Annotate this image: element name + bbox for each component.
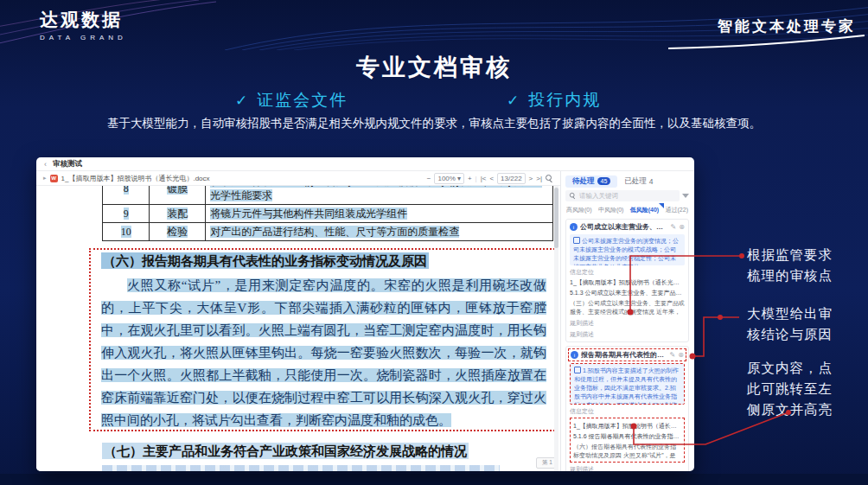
zoom-level-select[interactable]: 100% ▾ xyxy=(434,173,463,184)
chevron-down-icon: ▾ xyxy=(457,175,461,182)
rule-desc-label: 规则描述 xyxy=(570,465,685,471)
annotation-line: 大模型给出审 xyxy=(747,303,833,324)
word-doc-icon: W xyxy=(50,175,58,182)
document-pane: ▸ W 1_【摘取用版本】招股说明书（通长光电）.docx − 100% ▾ +… xyxy=(36,171,560,471)
chip-mid-risk[interactable]: 中风险(0) xyxy=(597,205,625,215)
app-titlebar: ‹ 审核测试 xyxy=(36,157,694,171)
source-file-link[interactable]: 1_【摘取用版本】招股说明书（通长光电）.docx xyxy=(570,278,685,287)
panel-search-row: 请输入关键词 xyxy=(565,190,689,201)
section-ref-link[interactable]: 5.1.6 报告期各期具有代表性的业务指标变动情况及原因 xyxy=(573,432,681,441)
audit-point-icon: i xyxy=(570,223,578,231)
app-window: ‹ 审核测试 ▸ W 1_【摘取用版本】招股说明书（通长光电）.docx − 1… xyxy=(36,157,694,471)
chip-high-risk[interactable]: 高风险(0) xyxy=(565,205,593,215)
logo-en-text: DATA GRAND xyxy=(40,34,127,41)
search-icon xyxy=(570,193,576,199)
page-title: 专业文档审核 xyxy=(0,52,868,83)
section6-heading: （六）报告期各期具有代表性的业务指标变动情况及原因 xyxy=(101,253,546,270)
document-filename[interactable]: 1_【摘取用版本】招股说明书（通长光电）.docx xyxy=(61,174,210,183)
annotation-line: 此可跳转至左 xyxy=(747,379,833,399)
first-page-button[interactable]: |< xyxy=(481,175,487,182)
dismiss-icon[interactable]: ⊗ xyxy=(678,351,684,359)
annotation-line: 根据监管要求 xyxy=(747,245,833,265)
source-file-link[interactable]: 1_【摘取用版本】招股说明书（通长光电）.docx xyxy=(573,422,681,431)
search-icon[interactable] xyxy=(546,175,553,182)
table-row: 8 镀膜 在镜片元件表面通过物理或化学的方法沉积镀上光学物质层，达到规定的光学性… xyxy=(103,185,553,205)
collapse-icon[interactable]: ▸ xyxy=(43,175,47,182)
bullet-csrc-documents: ✓证监会文件 xyxy=(235,89,348,112)
last-page-button[interactable]: >| xyxy=(536,175,542,182)
done-count: 4 xyxy=(649,177,654,186)
document-content: 8 镀膜 在镜片元件表面通过物理或化学的方法沉积镀上光学物质层，达到规定的光学性… xyxy=(36,185,560,471)
check-icon: ✓ xyxy=(235,93,249,109)
audit-card[interactable]: i 报告期各期具有代表性的业务指标变动情况及原因 ✎ ⊗ 1.招股书内容主要描述… xyxy=(565,346,689,471)
scrollbar-thumb[interactable] xyxy=(554,188,558,248)
bullet-label: 投行内规 xyxy=(528,91,601,109)
audit-reason-box: 公司未披露主营业务的演变情况；公司未披露主营业务的模式或战略；公司未披露主营业务… xyxy=(570,234,685,265)
search-placeholder: 请输入关键词 xyxy=(579,192,618,201)
audit-card[interactable]: i 公司成立以来主营业务、主要产品或服务、主要... ✎ ⊗ 公司未披露主营业务… xyxy=(565,219,689,342)
row-desc: 在镜片元件表面通过物理或化学的方法沉积镀上光学物质层，达到规定的光学性能要求 xyxy=(210,185,542,201)
document-toolbar: ▸ W 1_【摘取用版本】招股说明书（通长光电）.docx − 100% ▾ +… xyxy=(36,171,560,186)
search-input[interactable]: 请输入关键词 xyxy=(565,190,680,201)
summary-icon xyxy=(573,237,580,244)
row-no: 8 xyxy=(124,185,129,195)
rule-desc-label: 规则描述 xyxy=(570,330,685,339)
clipped-text-line xyxy=(102,465,500,471)
highlighted-section-outline: （六）报告期各期具有代表性的业务指标变动情况及原因 火照又称“试片”，是用来测定… xyxy=(89,248,558,431)
slide-description: 基于大模型能力，自动审核招股书是否满足相关外规内规文件的要求，审核点主要包括了披… xyxy=(0,116,868,131)
back-icon[interactable]: ‹ xyxy=(44,160,47,169)
annotation-line: 侧原文并高亮 xyxy=(747,399,833,420)
audit-card-header[interactable]: i 报告期各期具有代表性的业务指标变动情况及原因 ✎ ⊗ xyxy=(568,348,686,361)
row-no: 10 xyxy=(121,226,131,238)
section6-paragraph: 火照又称“试片”，是用来测定窑内温度的。宋窑的火照是利用碗坯改做的，上平下尖，大… xyxy=(101,274,546,431)
row-desc: 对产出的产品进行结构、性能、尺寸等方面的质量检查 xyxy=(210,226,459,238)
annotation-line: 核结论与原因 xyxy=(747,324,833,345)
table-row: 9 装配 将镜片元件与其他构件共同组装成光学组件 xyxy=(103,205,553,223)
table-row: 10 检验 对产出的产品进行结构、性能、尺寸等方面的质量检查 xyxy=(103,223,553,241)
section7-heading: （七）主要产品和业务符合产业政策和国家经济发展战略的情况 xyxy=(102,444,469,460)
edit-icon[interactable]: ✎ xyxy=(670,351,676,359)
tab-done-label: 已处理 xyxy=(624,176,647,187)
document-scrollbar[interactable] xyxy=(554,185,558,471)
page-indicator[interactable]: 13/222 xyxy=(497,173,525,184)
bullet-internal-rules: ✓投行内规 xyxy=(507,89,601,112)
bullet-label: 证监会文件 xyxy=(257,91,348,109)
audit-card-title: 报告期各期具有代表性的业务指标变动情况及原因 xyxy=(581,350,667,360)
zoom-out-button[interactable]: − xyxy=(427,175,431,182)
audit-point-icon: i xyxy=(571,351,578,359)
source-excerpt-link[interactable]: （三）公司成立以来主营业务、主要产品或服务、主要经营模式的演变情况 近年来，受益… xyxy=(570,299,685,316)
audit-card-title: 公司成立以来主营业务、主要产品或服务、主要... xyxy=(580,222,668,232)
audit-card-header[interactable]: i 公司成立以来主营业务、主要产品或服务、主要... ✎ ⊗ xyxy=(570,222,685,232)
audit-reason-box: 1.招股书内容主要描述了火照的制作和使用过程，但并未提及具有代表性的业务指标，因… xyxy=(570,363,685,405)
filter-icon[interactable] xyxy=(682,194,689,198)
edit-icon[interactable]: ✎ xyxy=(671,223,677,231)
annotation-source-jump: 原文内容，点 此可跳转至左 侧原文并高亮 xyxy=(747,358,833,420)
locate-label: 信息定位 xyxy=(570,268,685,277)
dismiss-icon[interactable]: ⊗ xyxy=(679,223,685,231)
source-location-box[interactable]: 1_【摘取用版本】招股说明书（通长光电）.docx 5.1.6 报告期各期具有代… xyxy=(570,418,685,463)
row-desc: 将镜片元件与其他构件共同组装成光学组件 xyxy=(210,207,407,220)
annotation-line: 梳理的审核点 xyxy=(747,265,833,286)
chip-passed[interactable]: 通过(22) xyxy=(665,205,689,215)
next-page-button[interactable]: > xyxy=(529,175,533,182)
chip-low-risk[interactable]: 低风险(40) xyxy=(629,205,660,215)
toolbar-divider: | xyxy=(475,175,477,182)
pending-count-badge: 45 xyxy=(597,177,611,185)
zoom-level-value: 100% xyxy=(437,175,455,182)
annotation-line: 原文内容，点 xyxy=(747,358,833,379)
tagline-underline-decoration xyxy=(665,31,868,52)
section-ref-link[interactable]: 5.1.3 公司成立以来主营业务、主要产品或服务、主要经... xyxy=(570,289,685,297)
tab-done[interactable]: 已处理 4 xyxy=(617,175,660,188)
source-excerpt-link[interactable]: （六）报告期各期具有代表性的业务指标变动情况及原因 火照又称“试片”，是用来测定… xyxy=(573,443,681,460)
tab-pending[interactable]: 待处理 45 xyxy=(565,175,617,188)
row-name: 装配 xyxy=(167,207,188,220)
summary-icon xyxy=(574,367,581,373)
locate-label: 信息定位 xyxy=(570,407,685,416)
risk-filter-chips: 高风险(0) 中风险(0) 低风险(40) 通过(22) xyxy=(565,205,689,215)
prev-page-button[interactable]: < xyxy=(489,175,494,182)
logo: 达观数据 DATA GRAND xyxy=(40,8,127,41)
app-title: 审核测试 xyxy=(53,159,82,169)
panel-tabs: 待处理 45 已处理 4 xyxy=(565,175,689,188)
annotation-llm-conclusion: 大模型给出审 核结论与原因 xyxy=(747,303,833,345)
zoom-in-button[interactable]: + xyxy=(468,175,472,182)
